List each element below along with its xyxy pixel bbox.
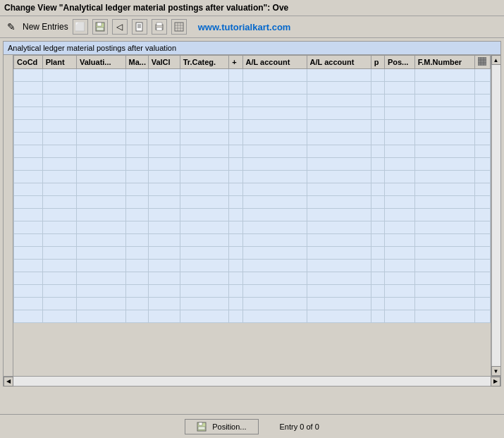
table-cell[interactable] — [384, 133, 414, 145]
table-cell[interactable] — [180, 158, 229, 171]
table-cell[interactable] — [148, 285, 180, 298]
table-cell[interactable] — [125, 209, 148, 221]
table-cell[interactable] — [475, 183, 491, 196]
table-cell[interactable] — [307, 310, 371, 323]
table-cell[interactable] — [180, 145, 229, 158]
table-cell[interactable] — [76, 221, 125, 234]
toolbar-print-icon[interactable] — [152, 19, 167, 35]
table-cell[interactable] — [384, 247, 414, 260]
table-cell[interactable] — [125, 171, 148, 183]
table-cell[interactable] — [148, 298, 180, 310]
table-row[interactable] — [14, 272, 491, 285]
table-cell[interactable] — [14, 183, 43, 196]
h-scroll-track[interactable] — [13, 377, 491, 386]
table-cell[interactable] — [76, 285, 125, 298]
scroll-right-button[interactable]: ▶ — [491, 377, 500, 387]
table-cell[interactable] — [14, 69, 43, 82]
table-cell[interactable] — [125, 221, 148, 234]
table-cell[interactable] — [371, 95, 384, 107]
table-cell[interactable] — [371, 69, 384, 82]
table-cell[interactable] — [180, 209, 229, 221]
table-cell[interactable] — [148, 69, 180, 82]
scroll-up-button[interactable]: ▲ — [491, 55, 501, 65]
table-cell[interactable] — [125, 310, 148, 323]
table-cell[interactable] — [148, 183, 180, 196]
table-cell[interactable] — [42, 247, 76, 260]
table-cell[interactable] — [42, 82, 76, 95]
table-cell[interactable] — [14, 196, 43, 209]
table-cell[interactable] — [475, 133, 491, 145]
table-cell[interactable] — [307, 247, 371, 260]
table-cell[interactable] — [242, 145, 307, 158]
table-cell[interactable] — [384, 285, 414, 298]
table-cell[interactable] — [307, 221, 371, 234]
table-cell[interactable] — [307, 145, 371, 158]
table-cell[interactable] — [229, 260, 242, 272]
table-cell[interactable] — [475, 69, 491, 82]
table-cell[interactable] — [475, 234, 491, 247]
table-cell[interactable] — [76, 260, 125, 272]
table-cell[interactable] — [384, 171, 414, 183]
table-cell[interactable] — [180, 171, 229, 183]
table-cell[interactable] — [14, 272, 43, 285]
table-row[interactable] — [14, 234, 491, 247]
vertical-scrollbar[interactable]: ▲ ▼ — [491, 55, 500, 376]
table-cell[interactable] — [475, 260, 491, 272]
table-cell[interactable] — [371, 298, 384, 310]
table-cell[interactable] — [307, 133, 371, 145]
table-cell[interactable] — [180, 247, 229, 260]
table-cell[interactable] — [242, 120, 307, 133]
table-cell[interactable] — [229, 120, 242, 133]
table-cell[interactable] — [307, 95, 371, 107]
table-cell[interactable] — [242, 221, 307, 234]
table-cell[interactable] — [76, 209, 125, 221]
table-cell[interactable] — [125, 145, 148, 158]
table-cell[interactable] — [125, 285, 148, 298]
table-cell[interactable] — [148, 196, 180, 209]
table-cell[interactable] — [180, 107, 229, 120]
table-cell[interactable] — [180, 310, 229, 323]
table-cell[interactable] — [42, 69, 76, 82]
table-cell[interactable] — [229, 209, 242, 221]
table-cell[interactable] — [14, 82, 43, 95]
table-cell[interactable] — [76, 145, 125, 158]
table-cell[interactable] — [371, 310, 384, 323]
table-cell[interactable] — [384, 272, 414, 285]
table-cell[interactable] — [475, 247, 491, 260]
table-cell[interactable] — [125, 234, 148, 247]
horizontal-scrollbar[interactable]: ◀ ▶ — [4, 376, 500, 386]
table-cell[interactable] — [229, 285, 242, 298]
table-cell[interactable] — [76, 107, 125, 120]
table-cell[interactable] — [76, 196, 125, 209]
table-cell[interactable] — [242, 133, 307, 145]
table-cell[interactable] — [76, 158, 125, 171]
table-cell[interactable] — [148, 107, 180, 120]
table-cell[interactable] — [414, 82, 475, 95]
table-cell[interactable] — [475, 120, 491, 133]
table-row[interactable] — [14, 95, 491, 107]
table-row[interactable] — [14, 209, 491, 221]
table-cell[interactable] — [242, 247, 307, 260]
table-cell[interactable] — [307, 234, 371, 247]
table-cell[interactable] — [14, 234, 43, 247]
table-cell[interactable] — [42, 234, 76, 247]
toolbar-undo-icon[interactable]: ◁ — [112, 19, 128, 35]
table-cell[interactable] — [384, 196, 414, 209]
table-cell[interactable] — [475, 221, 491, 234]
table-cell[interactable] — [42, 196, 76, 209]
table-cell[interactable] — [14, 145, 43, 158]
table-cell[interactable] — [148, 95, 180, 107]
table-cell[interactable] — [475, 145, 491, 158]
table-cell[interactable] — [125, 247, 148, 260]
table-cell[interactable] — [14, 221, 43, 234]
table-cell[interactable] — [242, 158, 307, 171]
table-cell[interactable] — [148, 310, 180, 323]
table-cell[interactable] — [180, 234, 229, 247]
table-cell[interactable] — [42, 158, 76, 171]
table-cell[interactable] — [242, 260, 307, 272]
table-cell[interactable] — [475, 310, 491, 323]
table-row[interactable] — [14, 260, 491, 272]
table-cell[interactable] — [475, 272, 491, 285]
table-cell[interactable] — [475, 95, 491, 107]
table-cell[interactable] — [125, 158, 148, 171]
